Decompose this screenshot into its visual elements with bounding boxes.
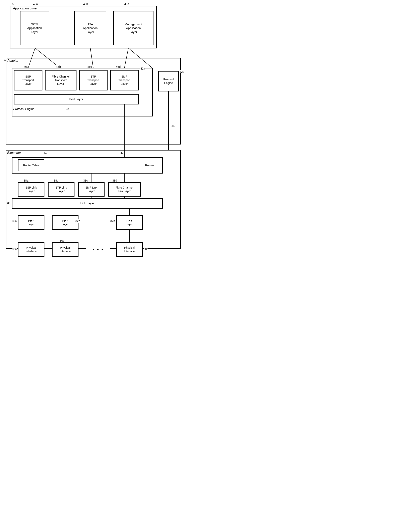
ssp-transport-label: SSPTransportLayer (22, 75, 34, 86)
stp-transport-label: STPTransportLayer (87, 75, 99, 86)
ref-42a: 42a (140, 67, 145, 70)
stp-link-box: STP LinkLayer (48, 182, 74, 196)
router-table-label: Router Table (23, 163, 39, 167)
ref-44: 44 (66, 107, 69, 110)
smp-link-label: SMP LinkLayer (85, 186, 97, 193)
phys-ifn-label: PhysicalInterface (124, 246, 135, 253)
ref-40: 40 (120, 151, 124, 154)
ref-46c: 46c (87, 65, 92, 68)
protocol-engine-section-label: Protocol Engine (13, 107, 35, 111)
diagram-container: 50 48a 48b 48c Application Layer SCSIApp… (0, 0, 197, 266)
phyn-label: PHYLayer (126, 219, 133, 226)
ref-30a: 30a (12, 248, 17, 251)
link-layer-box: Link Layer (12, 198, 162, 208)
protocol-engine-box: ProtocolEngine (159, 71, 179, 91)
phys-if1-label: PhysicalInterface (26, 246, 36, 253)
stp-link-label: STP LinkLayer (56, 186, 67, 193)
ref-30n: 30n (144, 248, 148, 251)
router-table-box: Router Table (18, 159, 44, 171)
stp-transport-box: STPTransportLayer (79, 70, 107, 90)
scsi-box: SCSIApplicationLayer (20, 11, 49, 45)
phys-ifn-box: PhysicalInterface (116, 243, 142, 257)
phys-if1-box: PhysicalInterface (18, 243, 44, 257)
ref-34: 34 (171, 124, 175, 127)
ref-12: 12 (3, 58, 7, 61)
adaptor-label: Adaptor (7, 59, 18, 62)
port-layer-label: Port Layer (69, 97, 83, 101)
management-box: ManagementApplicationLayer (113, 11, 153, 45)
smp-transport-label: SMPTransportLayer (118, 75, 130, 86)
ref-46d: 46d (116, 65, 121, 68)
smp-link-box: SMP LinkLayer (78, 182, 104, 196)
scsi-label: SCSIApplicationLayer (27, 22, 42, 34)
link-layer-label: Link Layer (80, 201, 94, 205)
fc-link-box: Fibre ChannelLink Layer (108, 182, 140, 196)
router-label: Router (145, 163, 154, 167)
ssp-transport-box: SSPTransportLayer (14, 70, 42, 90)
svg-line-26 (124, 48, 128, 68)
ref-38c: 38c (83, 179, 88, 182)
ref-50: 50 (12, 2, 15, 6)
phyn-box: PHYLayer (116, 215, 142, 229)
ref-32n: 32n (110, 219, 115, 223)
ref-36: 36 (7, 201, 10, 205)
svg-line-27 (128, 48, 152, 68)
ref-41: 41 (44, 151, 47, 154)
ref-48a: 48a (33, 2, 38, 6)
ref-32b: 32b (75, 219, 80, 223)
ref-46b: 46b (56, 65, 61, 68)
expander-label: Expander (7, 151, 21, 155)
fc-link-label: Fibre ChannelLink Layer (115, 186, 133, 193)
smp-transport-box: SMPTransportLayer (110, 70, 138, 90)
phy1-label: PHYLayer (27, 219, 35, 226)
ellipsis-label: • • • (93, 247, 104, 253)
app-layer-label: Application Layer (13, 7, 38, 10)
phys-if2-box: PhysicalInterface (52, 243, 78, 257)
ref-38b: 38b (54, 179, 58, 182)
ata-box: ATAApplicationLayer (74, 11, 106, 45)
ref-38a: 38a (24, 179, 28, 182)
protocol-engine-label: ProtocolEngine (163, 77, 174, 85)
fc-transport-box: Fibre ChannelTransportLayer (45, 70, 76, 90)
ref-30b: 30b (60, 239, 64, 242)
ref-42b: 42b (180, 70, 184, 73)
management-label: ManagementApplicationLayer (124, 22, 142, 34)
svg-line-23 (28, 48, 35, 68)
ata-label: ATAApplicationLayer (83, 22, 98, 34)
ref-32a: 32a (12, 219, 17, 223)
ssp-link-box: SSP LinkLayer (18, 182, 44, 196)
ref-38d: 38d (112, 179, 117, 182)
ref-48c: 48c (124, 2, 129, 6)
fc-transport-label: Fibre ChannelTransportLayer (52, 75, 70, 86)
ssp-link-label: SSP LinkLayer (25, 186, 37, 193)
phys-if2-label: PhysicalInterface (60, 246, 71, 253)
phy2-box: PHYLayer (52, 215, 78, 229)
port-layer-box: Port Layer (14, 94, 138, 104)
ref-46a: 46a (24, 65, 28, 68)
ellipsis-box: • • • (86, 245, 110, 253)
phy1-box: PHYLayer (18, 215, 44, 229)
phy2-label: PHYLayer (62, 219, 69, 226)
ref-48b: 48b (83, 2, 88, 6)
